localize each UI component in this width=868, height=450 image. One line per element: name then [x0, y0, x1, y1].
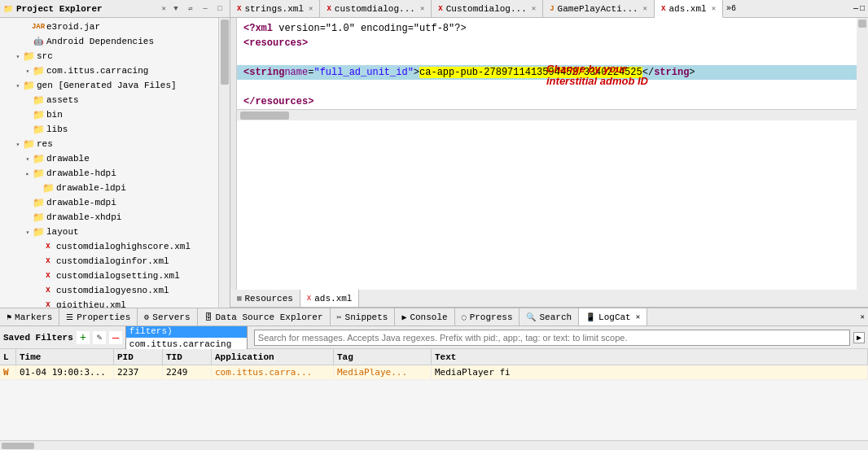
bottom-tab-properties[interactable]: ☰ Properties [59, 308, 138, 325]
tree-item-customdialogsetting[interactable]: X customdialogsetting.xml [0, 269, 218, 283]
resource-tab-ads-xml[interactable]: X ads.xml [300, 290, 360, 307]
tree-item-gioithieu[interactable]: X gioithieu.xml [0, 298, 218, 308]
maximize-btn[interactable]: □ [213, 2, 226, 15]
col-header-application: Application [212, 349, 334, 365]
remove-filter-btn[interactable]: — [109, 331, 122, 344]
tree-item-drawable-hdpi[interactable]: 📁 drawable-hdpi [0, 166, 218, 181]
tab-close-btn[interactable]: ✕ [420, 4, 424, 13]
folder-icon: 📁 [23, 138, 34, 150]
close-icon[interactable]: ✕ [162, 4, 166, 13]
tree-arrow[interactable] [23, 229, 33, 236]
bottom-tab-search[interactable]: 🔍 Search [519, 308, 579, 325]
edit-filter-btn[interactable]: ✎ [93, 331, 106, 344]
bottom-tab-icon: ◌ [462, 312, 467, 322]
tree-label: bin [46, 110, 63, 120]
tree-item-layout[interactable]: 📁 layout [0, 225, 218, 239]
tab-close-btn[interactable]: ✕ [643, 4, 647, 13]
tab-close-btn[interactable]: ✕ [532, 4, 536, 13]
resource-tab-resources[interactable]: ▦ Resources [230, 290, 300, 307]
tree-item-gen[interactable]: 📁 gen [Generated Java Files] [0, 78, 218, 93]
tree-item-src[interactable]: 📁 src [0, 49, 218, 63]
logcat-search-expand-btn[interactable]: ▶ [853, 332, 865, 343]
logcat-search-input[interactable] [254, 330, 850, 346]
tree-item-e3roid[interactable]: JAR e3roid.jar [0, 20, 218, 34]
filter-item-all[interactable]: All messages (no filters) [126, 326, 247, 338]
tree-item-android-deps[interactable]: 🤖 Android Dependencies [0, 34, 218, 49]
scrollbar-thumb[interactable] [221, 20, 229, 85]
bottom-tab-label: Markers [15, 312, 52, 322]
collapse-all-btn[interactable]: ▼ [169, 2, 182, 15]
editor-content: <?xml version="1.0" encoding="utf-8"?><r… [230, 18, 868, 290]
col-header-pid: PID [114, 349, 163, 365]
tree-item-customdialoghighscore[interactable]: X customdialoghighscore.xml [0, 239, 218, 254]
editor-tab-ads[interactable]: X ads.xml ✕ [655, 0, 723, 18]
bottom-tab-servers[interactable]: ⚙ Servers [138, 308, 197, 325]
bottom-tab-markers[interactable]: ⚑ Markers [0, 308, 59, 325]
tree-item-drawable-xhdpi[interactable]: 📁 drawable-xhdpi [0, 210, 218, 225]
add-filter-btn[interactable]: + [77, 331, 90, 344]
bottom-tab-console[interactable]: ▶ Console [395, 308, 454, 325]
logcat-row[interactable]: W 01-04 19:00:3... 2237 2249 com.ittus.c… [0, 365, 868, 380]
tree-item-drawable-ldpi[interactable]: 📁 drawable-ldpi [0, 181, 218, 195]
editor-tab-customdialog[interactable]: X customdialog... ✕ [320, 0, 432, 17]
h-scroll-thumb[interactable] [240, 111, 289, 120]
code-vertical-scroll[interactable] [857, 18, 868, 290]
saved-filters-section: Saved Filters + ✎ — [3, 331, 122, 344]
tree-arrow[interactable] [23, 155, 33, 163]
tree-label: drawable-xhdpi [46, 212, 121, 222]
tabs-overflow[interactable]: »6 [723, 0, 739, 17]
saved-filters-label: Saved Filters [3, 333, 73, 343]
code-area[interactable]: <?xml version="1.0" encoding="utf-8"?><r… [237, 18, 857, 290]
editor-maximize-btn[interactable]: □ [860, 4, 865, 13]
tree-arrow[interactable] [23, 170, 33, 177]
tab-icon: X [237, 5, 241, 13]
bottom-tab-snippets[interactable]: ✂ Snippets [331, 308, 396, 325]
bottom-tab-label: Console [410, 312, 447, 322]
logcat-close-btn[interactable]: ✕ [861, 312, 865, 321]
bottom-panel: ⚑ Markers ☰ Properties ⚙ Servers 🗄 Data … [0, 308, 868, 450]
tree-label: customdialoginfor.xml [56, 256, 169, 266]
bottom-tab-progress[interactable]: ◌ Progress [455, 308, 520, 325]
tab-close-btn[interactable]: ✕ [712, 4, 716, 13]
bottom-tab-close[interactable]: ✕ [636, 312, 640, 321]
logcat-table-header: L Time PID TID Application Tag Text [0, 349, 868, 365]
col-header-tag: Tag [334, 349, 432, 365]
project-explorer: 📁 Project Explorer ✕ ▼ ⇌ — □ JAR e3roid.… [0, 0, 230, 308]
bottom-tab-datasource[interactable]: 🗄 Data Source Explorer [198, 308, 331, 325]
code-horizontal-scroll[interactable] [237, 109, 857, 120]
v-scroll-thumb[interactable] [858, 20, 866, 28]
tree-item-customdialoginfor[interactable]: X customdialoginfor.xml [0, 254, 218, 269]
tree-arrow[interactable] [13, 141, 23, 148]
logcat-rows: W 01-04 19:00:3... 2237 2249 com.ittus.c… [0, 365, 868, 380]
tree-item-res[interactable]: 📁 res [0, 137, 218, 151]
tree-arrow[interactable] [13, 82, 23, 90]
explorer-scrollbar[interactable] [218, 18, 230, 308]
tree-arrow[interactable] [13, 53, 23, 60]
tree-item-assets[interactable]: 📁 assets [0, 93, 218, 107]
editor-tab-customdialog2[interactable]: X Customdialog... ✕ [432, 0, 543, 17]
bottom-tab-logcat[interactable]: 📱 LogCat ✕ [579, 308, 647, 325]
tree-item-drawable-mdpi[interactable]: 📁 drawable-mdpi [0, 195, 218, 210]
tree-label: customdialogyesno.xml [56, 286, 169, 295]
tree-item-com[interactable]: 📁 com.ittus.carracing [0, 63, 218, 78]
link-editor-btn[interactable]: ⇌ [184, 2, 197, 15]
editor-minimize-btn[interactable]: — [853, 4, 858, 13]
tree-item-bin[interactable]: 📁 bin [0, 107, 218, 122]
folder-icon: 📁 [33, 65, 44, 76]
explorer-toolbar: ▼ ⇌ — □ [169, 2, 226, 15]
editor-tab-strings-xml[interactable]: X strings.xml ✕ [230, 0, 320, 17]
tree-item-drawable[interactable]: 📁 drawable [0, 151, 218, 166]
tree-arrow[interactable] [23, 68, 33, 75]
logcat-h-scroll[interactable] [0, 440, 868, 450]
tab-close-btn[interactable]: ✕ [309, 4, 313, 13]
tree-item-customdialogyesno[interactable]: X customdialogyesno.xml [0, 283, 218, 298]
editor-tab-gameplay[interactable]: J GamePlayActi... ✕ [543, 0, 655, 17]
tree-item-libs[interactable]: 📁 libs [0, 122, 218, 137]
folder-icon: 📁 [33, 197, 44, 208]
tree-label: com.ittus.carracing [46, 66, 148, 76]
minimize-btn[interactable]: — [199, 2, 212, 15]
tab-icon: X [661, 5, 665, 13]
editor-tabs: X strings.xml ✕ X customdialog... ✕ X Cu… [230, 0, 868, 18]
logcat-h-scroll-thumb[interactable] [2, 443, 34, 449]
bottom-tab-icon: ✂ [337, 312, 342, 322]
